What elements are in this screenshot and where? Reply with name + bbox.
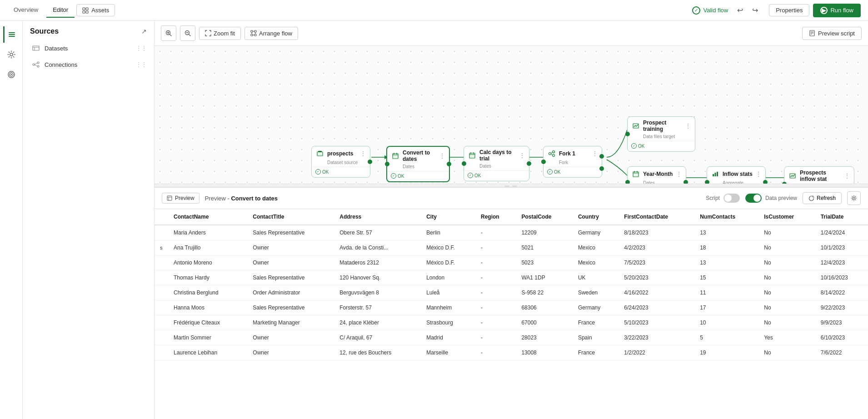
node-training-menu[interactable]: ⋮ [685,122,691,130]
connector-left [385,162,389,166]
cell-region: - [475,285,516,300]
cell-country: France [573,345,619,360]
row-number [155,300,168,315]
datasets-drag[interactable]: ⋮⋮ [136,45,147,51]
col-num-contacts[interactable]: NumContacts [694,209,758,225]
node-calc-days[interactable]: Calc days to trial ⋮ Dates ✓ OK [464,146,529,181]
canvas-area: Zoom fit Arrange flow [155,21,868,419]
properties-button[interactable]: Properties [769,4,809,16]
col-is-customer[interactable]: IsCustomer [758,209,815,225]
cell-numcontacts: 13 [694,225,758,240]
col-first-contact[interactable]: FirstContactDate [619,209,694,225]
table-row[interactable]: Hanna MoosSales RepresentativeForsterstr… [155,300,868,315]
svg-rect-29 [254,34,256,36]
icon-bar-home[interactable] [3,26,20,43]
node-yearmonth-menu[interactable]: ⋮ [676,170,682,178]
zoom-out-button[interactable] [180,25,195,41]
col-country[interactable]: Country [573,209,619,225]
col-city[interactable]: City [421,209,475,225]
node-dates-menu[interactable]: ⋮ [439,152,445,160]
node-fork1[interactable]: Fork 1 ⋮ Fork ✓ OK [543,146,602,178]
icon-bar-target[interactable] [3,66,20,83]
node-prospects[interactable]: prospects ⋮ Dataset source ✓ OK [311,146,370,178]
tab-overview[interactable]: Overview [7,3,45,18]
table-row[interactable]: Laurence LebihanOwner12, rue des Boucher… [155,345,868,360]
node-fork-menu[interactable]: ⋮ [592,150,598,157]
table-row[interactable]: sAna TrujilloOwnerAvda. de la Consti...M… [155,240,868,255]
connector-right [527,161,531,166]
tab-editor[interactable]: Editor [46,3,75,18]
node-convert-to-dates[interactable]: Convert to dates ⋮ Dates ✓ OK [386,146,450,182]
icon-bar-settings[interactable] [3,46,20,63]
cell-trialdate: 10/1/2023 [815,240,868,255]
node-year-month[interactable]: Year-Month ⋮ Dates ✓ OK [627,166,686,184]
svg-rect-27 [254,30,256,32]
table-row[interactable]: Antonio MorenoOwnerMataderos 2312México … [155,255,868,270]
connector-top-right [599,154,604,159]
node-calc-menu[interactable]: ⋮ [519,152,525,159]
data-preview-toggle[interactable] [745,194,762,203]
node-inflow-menu[interactable]: ⋮ [755,170,762,178]
redo-button[interactable]: ↪ [748,4,762,16]
arrange-flow-button[interactable]: Arrange flow [244,27,298,40]
expand-icon[interactable]: ↗ [141,28,147,35]
node-fork-title: Fork 1 [559,150,589,157]
cell-contactname: Frédérique Citeaux [168,315,247,330]
node-inflow-stats[interactable]: Inflow stats ⋮ Aggregate ✓ OK [707,166,766,184]
row-number [155,255,168,270]
cell-iscustomer: No [758,300,815,315]
svg-rect-64 [715,173,716,176]
cell-postalcode: 13008 [516,345,572,360]
node-training-icon [631,121,640,130]
data-table-container[interactable]: ContactName ContactTitle Address City Re… [155,209,868,419]
undo-button[interactable]: ↩ [733,4,747,16]
assets-button[interactable]: Assets [76,4,115,16]
cell-country: Sweden [573,285,619,300]
table-row[interactable]: Thomas HardySales Representative120 Hano… [155,270,868,285]
col-trial-date[interactable]: TrialDate [815,209,868,225]
canvas-toolbar: Zoom fit Arrange flow [155,21,868,46]
col-address[interactable]: Address [334,209,421,225]
col-region[interactable]: Region [475,209,516,225]
row-number [155,225,168,240]
run-flow-button[interactable]: ▶ Run flow [813,4,861,17]
table-row[interactable]: Martín SommerOwnerC/ Araquil, 67Madrid-2… [155,330,868,345]
node-dates-icon [391,151,400,160]
preview-script-button[interactable]: Preview script [802,27,862,40]
col-postal[interactable]: PostalCode [516,209,572,225]
table-row[interactable]: Maria AndersSales RepresentativeObere St… [155,225,868,240]
node-inflow-subtitle: Aggregate [707,180,765,184]
refresh-button[interactable]: Refresh [803,192,842,204]
cell-iscustomer: Yes [758,330,815,345]
node-prospects-menu[interactable]: ⋮ [360,150,366,157]
svg-point-55 [553,155,555,157]
sidebar-item-connections[interactable]: Connections ⋮⋮ [23,56,154,73]
node-prospects-inflow[interactable]: Prospects inflow stat ⋮ Data files targe… [784,166,854,184]
zoom-fit-button[interactable]: Zoom fit [199,27,241,40]
cell-address: Forsterstr. 57 [334,300,421,315]
zoom-in-button[interactable] [161,25,176,41]
sidebar-item-datasets[interactable]: Datasets ⋮⋮ [23,40,154,56]
row-number [155,345,168,360]
connections-drag[interactable]: ⋮⋮ [136,61,147,68]
resize-handle[interactable]: — — [155,184,868,187]
preview-tab-button[interactable]: Preview [162,193,200,204]
cell-numcontacts: 11 [694,285,758,300]
table-settings-button[interactable] [847,191,861,205]
node-prospect-training[interactable]: Prospect training ⋮ Data files target ✓ … [627,116,695,152]
table-row[interactable]: Frédérique CiteauxMarketing Manager24, p… [155,315,868,330]
cell-numcontacts: 5 [694,330,758,345]
assets-icon [82,7,89,14]
flow-canvas[interactable]: prospects ⋮ Dataset source ✓ OK [155,46,868,184]
table-row[interactable]: Christina BerglundOrder AdministratorBer… [155,285,868,300]
svg-rect-6 [9,36,15,37]
col-contact-title[interactable]: ContactTitle [247,209,334,225]
node-pi-menu[interactable]: ⋮ [844,172,850,180]
script-toggle[interactable] [723,194,740,203]
cell-iscustomer: No [758,225,815,240]
node-prospects-subtitle: Dataset source [312,160,370,167]
cell-trialdate: 7/6/2022 [815,345,868,360]
col-contact-name[interactable]: ContactName [168,209,247,225]
sidebar-header: Sources ↗ [23,21,154,40]
cell-firstcontactdate: 5/10/2023 [619,315,694,330]
